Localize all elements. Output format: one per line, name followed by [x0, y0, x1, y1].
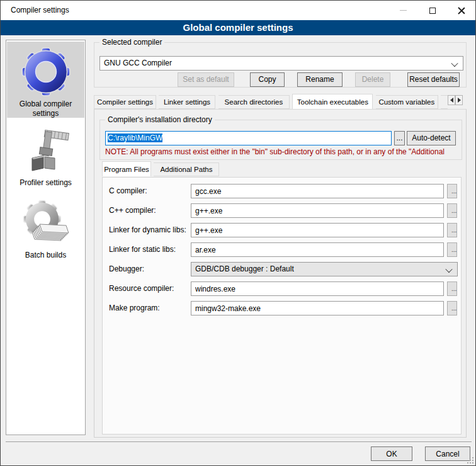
group-label: Compiler's installation directory: [105, 115, 215, 124]
installation-directory-group: Compiler's installation directory C:\ray…: [99, 120, 462, 160]
field-label: C compiler:: [109, 186, 147, 195]
field-label: Make program:: [109, 304, 160, 312]
browse-directory-button[interactable]: ...: [394, 131, 405, 145]
selected-compiler-group: Selected compiler GNU GCC Compiler Set a…: [94, 42, 467, 88]
dynamic-linker-input[interactable]: [191, 223, 444, 237]
c-compiler-row: C compiler: ...: [103, 184, 461, 198]
field-label: C++ compiler:: [109, 206, 156, 215]
tab-build[interactable]: Build: [441, 95, 448, 109]
chevron-down-icon: [452, 62, 458, 67]
footer-separator: [6, 441, 472, 442]
sidebar-item-global-compiler-settings[interactable]: Global compiler settings: [7, 42, 84, 118]
field-label: Resource compiler:: [109, 284, 174, 293]
resize-grip-icon[interactable]: [466, 456, 473, 463]
field-label: Debugger:: [109, 264, 144, 273]
make-program-input[interactable]: [191, 301, 444, 315]
tab-linker-settings[interactable]: Linker settings: [159, 95, 215, 109]
field-label: Linker for static libs:: [109, 245, 176, 254]
toolchain-executables-panel: Compiler's installation directory C:\ray…: [94, 109, 467, 438]
sidebar-item-profiler-settings[interactable]: Profiler settings: [7, 123, 84, 192]
browse-button[interactable]: ...: [447, 203, 457, 218]
browse-button[interactable]: ...: [447, 281, 457, 296]
subtab-program-files[interactable]: Program Files: [102, 161, 151, 176]
browse-button[interactable]: ...: [447, 301, 457, 315]
installation-directory-input[interactable]: C:\raylib\MinGW: [105, 131, 392, 145]
close-button[interactable]: [447, 1, 475, 20]
tab-toolchain-executables[interactable]: Toolchain executables: [292, 94, 373, 109]
debugger-select-value: GDB/CDB debugger : Default: [195, 264, 294, 273]
program-files-panel: C compiler: ... C++ compiler: ... Linker…: [102, 177, 462, 435]
tab-search-directories[interactable]: Search directories: [218, 95, 290, 109]
set-as-default-button: Set as default: [178, 72, 234, 87]
rename-button[interactable]: Rename: [297, 72, 343, 87]
tab-custom-variables[interactable]: Custom variables: [376, 95, 438, 109]
static-linker-input[interactable]: [191, 242, 444, 257]
cpp-compiler-row: C++ compiler: ...: [103, 203, 461, 218]
close-icon: [458, 7, 465, 14]
dialog-banner: Global compiler settings: [1, 20, 475, 35]
caliper-icon: [21, 127, 71, 177]
cancel-button[interactable]: Cancel: [425, 446, 470, 461]
sidebar-item-batch-builds[interactable]: Batch builds: [7, 195, 84, 266]
maximize-button[interactable]: [418, 1, 446, 20]
dynamic-linker-row: Linker for dynamic libs: ...: [103, 223, 461, 237]
settings-category-list: Global compiler settings Profiler settin…: [6, 40, 86, 435]
static-linker-row: Linker for static libs: ...: [103, 242, 461, 257]
resource-compiler-input[interactable]: [191, 281, 444, 296]
sidebar-item-label: Profiler settings: [7, 178, 84, 188]
compiler-select[interactable]: GNU GCC Compiler: [99, 56, 463, 71]
browse-button[interactable]: ...: [447, 184, 457, 198]
debugger-select[interactable]: GDB/CDB debugger : Default: [191, 262, 458, 276]
minimize-icon: [400, 10, 407, 11]
tab-scroll-right-icon: [458, 98, 463, 103]
compiler-settings-window: Compiler settings Global compiler settin…: [0, 0, 476, 466]
tab-scroll-left-icon: [448, 98, 453, 103]
group-label: Selected compiler: [99, 38, 164, 47]
tab-scroll-left-button[interactable]: [448, 95, 455, 105]
tab-compiler-settings[interactable]: Compiler settings: [94, 95, 156, 109]
selected-text: C:\raylib\MinGW: [108, 134, 162, 142]
reset-defaults-button[interactable]: Reset defaults: [407, 72, 460, 87]
maximize-icon: [429, 8, 436, 14]
copy-button[interactable]: Copy: [250, 72, 285, 87]
browse-button[interactable]: ...: [447, 242, 457, 257]
browse-button[interactable]: ...: [447, 223, 457, 237]
tab-scroll-right-button[interactable]: [455, 95, 463, 105]
gray-gear-stack-icon: [21, 199, 71, 249]
debugger-row: Debugger: GDB/CDB debugger : Default: [103, 262, 461, 276]
titlebar: Compiler settings: [1, 1, 475, 20]
make-program-row: Make program: ...: [103, 301, 461, 315]
field-label: Linker for dynamic libs:: [109, 225, 186, 234]
sub-tabstrip: Program Files Additional Paths: [102, 161, 219, 177]
bin-subdirectory-note: NOTE: All programs must exist either in …: [105, 147, 460, 156]
blue-gear-icon: [20, 45, 72, 98]
c-compiler-input[interactable]: [191, 184, 444, 198]
window-title: Compiler settings: [11, 1, 69, 20]
minimize-button: [389, 1, 417, 20]
main-tabstrip: Compiler settings Linker settings Search…: [94, 94, 448, 109]
auto-detect-button[interactable]: Auto-detect: [407, 131, 456, 145]
delete-button: Delete: [355, 72, 390, 87]
compiler-select-value: GNU GCC Compiler: [104, 59, 172, 67]
sidebar-item-label: Global compiler settings: [7, 99, 84, 118]
chevron-down-icon: [446, 268, 452, 273]
resource-compiler-row: Resource compiler: ...: [103, 281, 461, 296]
sidebar-item-label: Batch builds: [7, 251, 84, 260]
cpp-compiler-input[interactable]: [191, 203, 444, 218]
ok-button[interactable]: OK: [371, 446, 412, 461]
subtab-additional-paths[interactable]: Additional Paths: [154, 162, 219, 176]
